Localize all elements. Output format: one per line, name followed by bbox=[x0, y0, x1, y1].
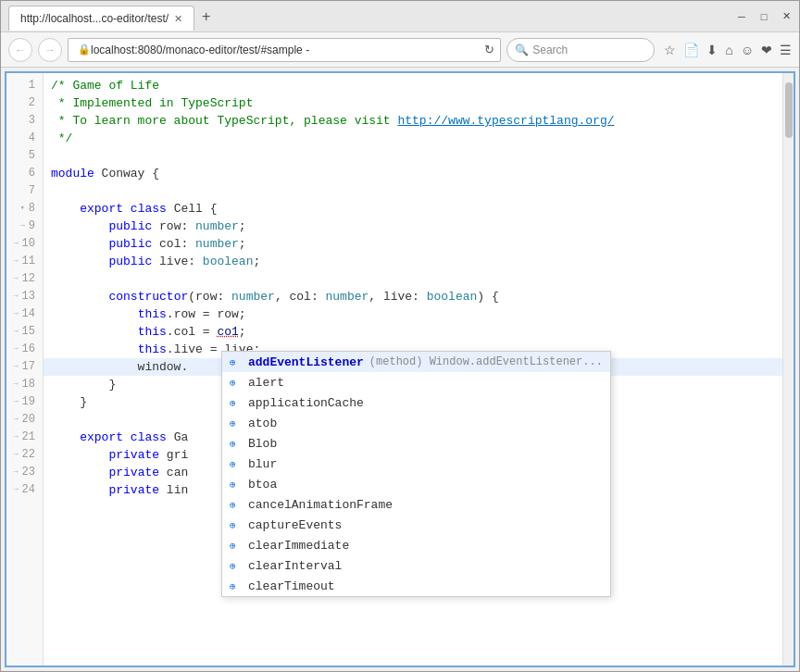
ac-detail-addEventListener: (method) Window.addEventListener... bbox=[369, 355, 603, 368]
code-line-11: public live: boolean; bbox=[44, 253, 782, 270]
ac-item-cancelAnimationFrame[interactable]: ⊕ cancelAnimationFrame bbox=[222, 494, 610, 515]
code-line-4: */ bbox=[44, 130, 782, 147]
ac-name-cancelAnimationFrame: cancelAnimationFrame bbox=[248, 498, 393, 512]
browser-tab[interactable]: http://localhost...co-editor/test/ ✕ bbox=[8, 6, 194, 31]
line-num-11: →11 bbox=[6, 253, 43, 270]
ac-item-captureEvents[interactable]: ⊕ captureEvents bbox=[222, 515, 610, 535]
line-num-20: →20 bbox=[6, 411, 43, 429]
ac-name-Blob: Blob bbox=[248, 437, 277, 451]
code-line-12 bbox=[44, 270, 782, 288]
line-num-3: 3 bbox=[6, 112, 43, 130]
tab-close-button[interactable]: ✕ bbox=[174, 13, 182, 25]
ac-name-blur: blur bbox=[248, 457, 277, 471]
line-num-24: →24 bbox=[6, 481, 43, 499]
ac-method-icon-alert: ⊕ bbox=[230, 377, 243, 389]
line-num-2: 2 bbox=[6, 94, 43, 112]
ac-method-icon-clearInterval: ⊕ bbox=[230, 560, 243, 572]
ac-item-Blob[interactable]: ⊕ Blob bbox=[222, 433, 610, 454]
ac-method-icon-btoa: ⊕ bbox=[230, 479, 243, 491]
scrollbar-thumb[interactable] bbox=[785, 82, 793, 138]
line-num-13: →13 bbox=[6, 288, 43, 305]
reload-button[interactable]: ↻ bbox=[484, 43, 494, 56]
ac-item-blur[interactable]: ⊕ blur bbox=[222, 454, 610, 474]
code-line-10: public col: number; bbox=[44, 235, 782, 253]
title-bar: http://localhost...co-editor/test/ ✕ + ─… bbox=[1, 1, 799, 32]
line-num-21: →21 bbox=[6, 429, 43, 446]
code-editor[interactable]: 1 2 3 4 5 6 7 ▾8 →9 →10 →11 →12 →13 →14 … bbox=[5, 71, 795, 667]
ac-item-alert[interactable]: ⊕ alert bbox=[222, 372, 610, 392]
back-button[interactable]: ← bbox=[8, 38, 32, 62]
address-bar: ← → 🔒 localhost:8080/monaco-editor/test/… bbox=[1, 32, 799, 68]
ac-name-applicationCache: applicationCache bbox=[248, 396, 364, 410]
ac-method-icon-cancelAnimationFrame: ⊕ bbox=[230, 499, 243, 511]
code-line-3: * To learn more about TypeScript, please… bbox=[44, 112, 782, 130]
ac-item-clearInterval[interactable]: ⊕ clearInterval bbox=[222, 555, 610, 576]
star-icon[interactable]: ☆ bbox=[664, 43, 676, 57]
favorites-icon[interactable]: ❤ bbox=[761, 43, 772, 57]
ac-name-clearTimeout: clearTimeout bbox=[248, 579, 335, 593]
line-num-8: ▾8 bbox=[6, 200, 43, 218]
ac-item-btoa[interactable]: ⊕ btoa bbox=[222, 474, 610, 494]
ac-method-icon: ⊕ bbox=[230, 356, 243, 368]
home-icon[interactable]: ⌂ bbox=[725, 43, 732, 57]
line-num-6: 6 bbox=[6, 165, 43, 182]
ac-method-icon-clearImmediate: ⊕ bbox=[230, 540, 243, 552]
minimize-button[interactable]: ─ bbox=[736, 11, 747, 22]
ac-method-icon-atob: ⊕ bbox=[230, 417, 243, 429]
line-num-18: →18 bbox=[6, 376, 43, 393]
new-tab-button[interactable]: + bbox=[194, 5, 218, 29]
window-close-button[interactable]: ✕ bbox=[781, 11, 792, 22]
maximize-button[interactable]: □ bbox=[758, 11, 769, 22]
line-num-1: 1 bbox=[6, 77, 43, 94]
reading-mode-icon[interactable]: 📄 bbox=[683, 43, 699, 57]
ac-method-icon-captureEvents: ⊕ bbox=[230, 519, 243, 531]
ac-item-addEventListener[interactable]: ⊕ addEventListener (method) Window.addEv… bbox=[222, 352, 610, 372]
code-content[interactable]: /* Game of Life * Implemented in TypeScr… bbox=[44, 73, 782, 666]
line-num-12: →12 bbox=[6, 270, 43, 288]
code-line-2: * Implemented in TypeScript bbox=[44, 94, 782, 112]
ac-name-atob: atob bbox=[248, 417, 277, 430]
code-line-6: module Conway { bbox=[44, 165, 782, 182]
line-num-10: →10 bbox=[6, 235, 43, 253]
ac-method-icon-clearTimeout: ⊕ bbox=[230, 580, 243, 592]
search-box[interactable]: 🔍 Search bbox=[506, 38, 655, 62]
line-num-5: 5 bbox=[6, 147, 43, 165]
code-line-7 bbox=[44, 182, 782, 200]
security-icon: 🔒 bbox=[78, 44, 91, 56]
ac-name-alert: alert bbox=[248, 376, 284, 390]
ac-name-addEventListener: addEventListener bbox=[248, 355, 364, 369]
line-num-16: →16 bbox=[6, 341, 43, 358]
line-num-14: →14 bbox=[6, 305, 43, 323]
ac-method-icon-applicationCache: ⊕ bbox=[230, 397, 243, 409]
ac-name-btoa: btoa bbox=[248, 478, 277, 492]
ac-name-captureEvents: captureEvents bbox=[248, 518, 342, 532]
code-line-15: this.col = co1; bbox=[44, 323, 782, 341]
ac-item-clearImmediate[interactable]: ⊕ clearImmediate bbox=[222, 535, 610, 555]
ac-item-clearTimeout[interactable]: ⊕ clearTimeout bbox=[222, 576, 610, 596]
autocomplete-dropdown: ⊕ addEventListener (method) Window.addEv… bbox=[221, 351, 611, 597]
forward-button[interactable]: → bbox=[38, 38, 62, 62]
ac-name-clearInterval: clearInterval bbox=[248, 559, 342, 573]
code-line-1: /* Game of Life bbox=[44, 77, 782, 94]
ac-item-applicationCache[interactable]: ⊕ applicationCache bbox=[222, 392, 610, 413]
ac-name-clearImmediate: clearImmediate bbox=[248, 539, 349, 553]
line-num-4: 4 bbox=[6, 130, 43, 147]
menu-icon[interactable]: ☰ bbox=[780, 43, 792, 57]
vertical-scrollbar[interactable] bbox=[782, 73, 794, 666]
profile-icon[interactable]: ☺ bbox=[741, 43, 754, 57]
browser-window: http://localhost...co-editor/test/ ✕ + ─… bbox=[0, 0, 800, 672]
line-num-9: →9 bbox=[6, 218, 43, 235]
line-num-17: →17 bbox=[6, 358, 43, 376]
ac-method-icon-Blob: ⊕ bbox=[230, 438, 243, 450]
code-line-5 bbox=[44, 147, 782, 165]
tab-label: http://localhost...co-editor/test/ bbox=[20, 12, 169, 25]
code-line-8: export class Cell { bbox=[44, 200, 782, 218]
toolbar-icons: ☆ 📄 ⬇ ⌂ ☺ ❤ ☰ bbox=[664, 43, 792, 57]
ac-item-atob[interactable]: ⊕ atob bbox=[222, 413, 610, 433]
code-line-9: public row: number; bbox=[44, 218, 782, 235]
code-line-13: constructor(row: number, col: number, li… bbox=[44, 288, 782, 305]
url-bar[interactable]: 🔒 localhost:8080/monaco-editor/test/#sam… bbox=[68, 38, 501, 62]
line-num-23: →23 bbox=[6, 464, 43, 481]
url-text: localhost:8080/monaco-editor/test/#sampl… bbox=[91, 44, 481, 56]
download-icon[interactable]: ⬇ bbox=[706, 43, 718, 57]
